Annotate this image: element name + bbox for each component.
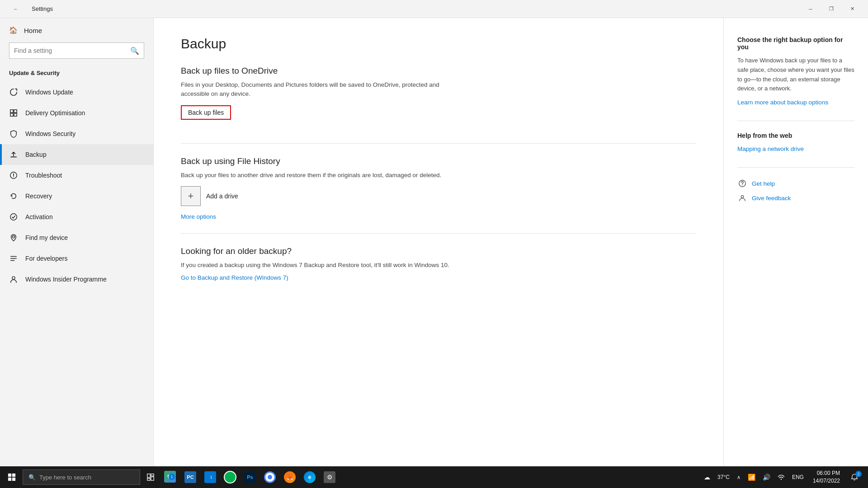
app-body: 🏠 Home 🔍 Update & Security Windows Updat… <box>0 18 868 466</box>
search-icon: 🔍 <box>130 47 139 55</box>
date-display: 14/07/2022 <box>813 477 840 485</box>
backup-icon <box>9 150 18 159</box>
taskbar-right: ☁ 37°C ∧ 📶 🔊 ENG 06:00 PM 14/07/2022 2 <box>701 467 866 487</box>
sidebar-home[interactable]: 🏠 Home <box>0 18 153 42</box>
svg-rect-19 <box>12 478 15 481</box>
app5-icon-btn[interactable] <box>221 467 240 487</box>
lang-display[interactable]: ENG <box>789 473 807 481</box>
troubleshoot-icon <box>9 171 18 180</box>
section2-desc: Back up your files to another drive and … <box>181 171 461 180</box>
titlebar: ← Settings ─ ❐ ✕ <box>0 0 868 18</box>
time-display: 06:00 PM <box>813 469 840 477</box>
back-up-files-button[interactable]: Back up files <box>181 105 231 120</box>
svg-point-14 <box>742 185 743 186</box>
svg-rect-3 <box>14 113 17 116</box>
taskmanager-icon-btn[interactable]: PC <box>181 467 200 487</box>
search-wrap: 🔍 <box>0 42 153 65</box>
minimize-button[interactable]: ─ <box>800 0 821 18</box>
back-button[interactable]: ← <box>5 0 26 18</box>
sidebar-item-developers[interactable]: For developers <box>0 248 153 269</box>
security-icon <box>9 129 18 138</box>
find-device-icon <box>9 233 18 242</box>
photoshop-icon-btn[interactable]: Ps <box>241 467 259 487</box>
svg-point-12 <box>12 277 15 279</box>
sidebar-item-label: Windows Update <box>25 89 73 96</box>
backup-restore-link[interactable]: Go to Backup and Restore (Windows 7) <box>181 274 288 281</box>
svg-rect-1 <box>14 110 17 113</box>
sidebar-item-label: Backup <box>25 151 47 158</box>
notification-badge: 2 <box>855 471 862 477</box>
main-content: Backup Back up files to OneDrive Files i… <box>154 18 723 466</box>
get-help-link[interactable]: Get help <box>752 180 775 187</box>
chrome-icon-btn[interactable] <box>260 467 279 487</box>
section3-desc: If you created a backup using the Window… <box>181 261 461 270</box>
notification-button[interactable]: 2 <box>846 467 863 487</box>
network-badge: 1 <box>208 474 214 480</box>
start-button[interactable] <box>2 467 22 487</box>
right-divider1 <box>737 121 854 121</box>
svg-point-8 <box>12 236 14 238</box>
clock[interactable]: 06:00 PM 14/07/2022 <box>808 469 844 486</box>
right-panel-title1: Choose the right backup option for you <box>737 36 854 51</box>
svg-point-6 <box>13 176 14 177</box>
right-divider2 <box>737 167 854 168</box>
more-options-link[interactable]: More options <box>181 213 216 220</box>
sidebar-item-find-device[interactable]: Find my device <box>0 227 153 248</box>
insider-icon <box>9 275 18 284</box>
svg-rect-22 <box>151 477 154 480</box>
learn-more-link[interactable]: Learn more about backup options <box>737 99 828 106</box>
windows-update-icon <box>9 88 18 97</box>
weather-widget[interactable]: ☁ <box>701 473 713 482</box>
restore-button[interactable]: ❐ <box>821 0 842 18</box>
maps-icon-btn[interactable]: 🗺 1 <box>161 467 180 487</box>
sidebar-item-windows-update[interactable]: Windows Update <box>0 82 153 103</box>
mapping-network-link[interactable]: Mapping a network drive <box>737 145 804 152</box>
right-panel-section2: Help from the web Mapping a network driv… <box>737 132 854 153</box>
search-input[interactable] <box>14 47 127 54</box>
sidebar-section-title: Update & Security <box>0 65 153 82</box>
firefox-icon-btn[interactable]: 🦊 <box>280 467 299 487</box>
give-feedback-item: Give feedback <box>737 193 854 203</box>
svg-rect-16 <box>8 474 11 477</box>
search-box[interactable]: 🔍 <box>9 42 144 59</box>
svg-rect-21 <box>151 474 154 476</box>
activation-icon <box>9 212 18 221</box>
volume-icon[interactable]: 🔊 <box>760 473 773 482</box>
get-help-item: Get help <box>737 178 854 188</box>
sidebar-item-label: Recovery <box>25 192 52 200</box>
svg-rect-20 <box>147 474 150 478</box>
right-panel-desc1: To have Windows back up your files to a … <box>737 56 854 94</box>
sidebar-item-security[interactable]: Windows Security <box>0 123 153 144</box>
taskbar: 🔍 Type here to search 🗺 1 PC 🖥 1 Ps <box>0 466 868 488</box>
temperature-display[interactable]: 37°C <box>715 473 732 481</box>
home-icon: 🏠 <box>9 26 18 34</box>
settings-taskbar-btn[interactable]: ⚙ <box>320 467 339 487</box>
sidebar-item-label: Troubleshoot <box>25 172 62 179</box>
edge-icon-btn[interactable]: e <box>300 467 319 487</box>
svg-point-7 <box>10 214 17 220</box>
sidebar-item-backup[interactable]: Backup <box>0 144 153 165</box>
add-drive-container: + Add a drive <box>181 186 696 206</box>
taskbar-search[interactable]: 🔍 Type here to search <box>23 469 140 485</box>
tray-expand-button[interactable]: ∧ <box>734 474 743 481</box>
taskbar-search-placeholder: Type here to search <box>39 474 91 481</box>
maps-badge: 1 <box>169 474 175 480</box>
task-view-button[interactable] <box>141 467 160 487</box>
network-icon-btn[interactable]: 🖥 1 <box>201 467 220 487</box>
sidebar-item-troubleshoot[interactable]: Troubleshoot <box>0 165 153 186</box>
sidebar-item-label: Activation <box>25 213 53 221</box>
network-tray-icon[interactable]: 📶 <box>745 473 758 482</box>
sidebar-item-insider[interactable]: Windows Insider Programme <box>0 269 153 290</box>
svg-point-24 <box>781 479 782 480</box>
give-feedback-link[interactable]: Give feedback <box>752 195 791 202</box>
close-button[interactable]: ✕ <box>842 0 863 18</box>
sidebar-item-activation[interactable]: Activation <box>0 206 153 227</box>
right-panel-section3: Get help Give feedback <box>737 178 854 203</box>
add-drive-plus-button[interactable]: + <box>181 186 201 206</box>
give-feedback-icon <box>737 193 747 203</box>
wifi-icon[interactable] <box>775 473 788 482</box>
app-title: Settings <box>32 5 53 12</box>
get-help-icon <box>737 178 747 188</box>
sidebar-item-delivery[interactable]: Delivery Optimisation <box>0 103 153 123</box>
sidebar-item-recovery[interactable]: Recovery <box>0 186 153 206</box>
